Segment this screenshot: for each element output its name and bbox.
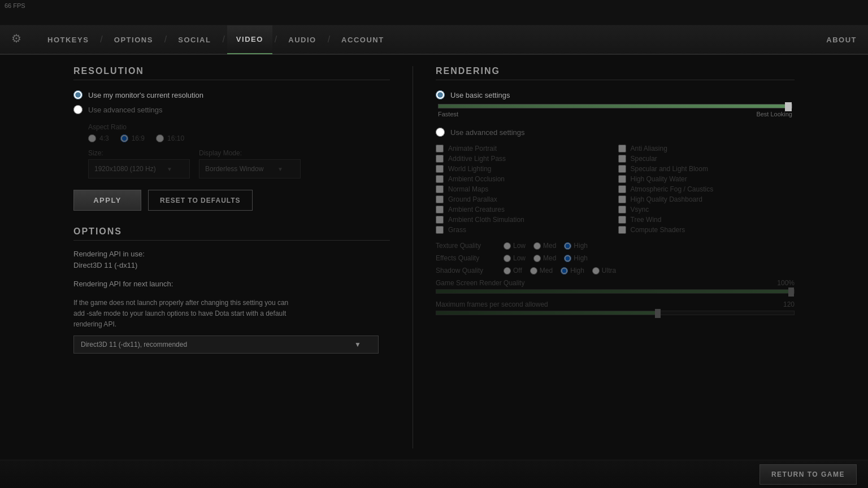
checkbox-specular: Specular [618, 155, 795, 163]
mfps-label: Maximum frames per second allowed [436, 300, 548, 308]
aspect-4x3: 4:3 [88, 134, 109, 142]
api-current-line: Rendering API in use: Direct3D 11 (-dx11… [73, 249, 390, 271]
gear-icon: ⚙ [11, 32, 27, 47]
mfps-header: Maximum frames per second allowed 120 [436, 300, 795, 308]
checkbox-anti-aliasing: Anti Aliasing [618, 145, 795, 152]
api-next-info: Rendering API for next launch: [73, 278, 390, 290]
shadow-quality-row: Shadow Quality Off Med High Ultra [436, 267, 795, 274]
gsrq-value: 100% [777, 279, 795, 287]
options-section: OPTIONS Rendering API in use: Direct3D 1… [73, 226, 390, 354]
resolution-advanced-label: Use advanced settings [88, 106, 163, 114]
checkbox-ambient-cloth: Ambient Cloth Simulation [436, 216, 613, 224]
size-dropdown: 1920x1080 (120 Hz) ▼ [88, 159, 190, 178]
main-content: RESOLUTION Use my monitor's current reso… [0, 55, 868, 460]
shadow-quality-label: Shadow Quality [436, 267, 498, 274]
texture-quality-label: Texture Quality [436, 242, 498, 250]
gsrq-label: Game Screen Render Quality [436, 279, 524, 287]
api-current-label: Rendering API in use: [73, 250, 145, 258]
reset-button[interactable]: RESET TO DEFAULTS [148, 190, 253, 211]
quality-section: Texture Quality Low Med High Effects Qua… [436, 242, 795, 274]
mfps-slider-track[interactable] [436, 311, 795, 315]
checkbox-grass: Grass [436, 226, 613, 234]
render-advanced-option[interactable]: Use advanced settings [436, 128, 795, 137]
render-radio-group: Use basic settings Fastest Best Looking … [436, 90, 795, 137]
tab-account[interactable]: ACCOUNT [332, 25, 393, 54]
render-quality-slider-labels: Fastest Best Looking [438, 111, 792, 117]
tab-audio[interactable]: AUDIO [279, 25, 325, 54]
checkbox-compute-shaders: Compute Shaders [618, 226, 795, 234]
checkbox-high-quality-dashboard: High Quality Dashboard [618, 195, 795, 203]
tab-hotkeys[interactable]: HOTKEYS [38, 25, 98, 54]
nav-bar: ⚙ HOTKEYS / OPTIONS / SOCIAL / VIDEO / A… [0, 25, 868, 55]
checkbox-ground-parallax: Ground Parallax [436, 195, 613, 203]
slider-max-label: Best Looking [756, 111, 792, 117]
api-next-label: Rendering API for next launch: [73, 278, 390, 290]
resolution-monitor-radio[interactable] [73, 90, 83, 99]
api-warning-text: If the game does not launch properly aft… [73, 298, 390, 330]
checkbox-specular-light-bloom: Specular and Light Bloom [618, 165, 795, 173]
tab-about[interactable]: ABOUT [826, 36, 857, 44]
mfps-slider-thumb[interactable] [655, 309, 661, 318]
bottom-bar: RETURN TO GAME [0, 460, 868, 488]
resolution-monitor-option[interactable]: Use my monitor's current resolution [73, 90, 390, 99]
options-title: OPTIONS [73, 226, 390, 241]
size-label: Size: [88, 149, 190, 157]
display-mode-dropdown: Borderless Window ▼ [199, 159, 301, 178]
render-advanced-label: Use advanced settings [450, 128, 525, 137]
fps-counter: 66 FPS [5, 2, 25, 9]
tab-options[interactable]: OPTIONS [105, 25, 162, 54]
render-quality-slider-container: Fastest Best Looking [436, 104, 795, 117]
mfps-section: Maximum frames per second allowed 120 [436, 300, 795, 315]
mfps-slider-fill [436, 311, 658, 315]
resolution-radio-group: Use my monitor's current resolution Use … [73, 90, 390, 114]
tab-social[interactable]: SOCIAL [169, 25, 220, 54]
mfps-value: 120 [783, 300, 795, 308]
effects-quality-options: Low Med High [504, 254, 588, 262]
shadow-quality-options: Off Med High Ultra [504, 267, 616, 274]
tab-video[interactable]: VIDEO [227, 25, 272, 54]
render-quality-slider-track[interactable] [438, 104, 792, 108]
gsrq-header: Game Screen Render Quality 100% [436, 279, 795, 287]
checkbox-vsync: Vsync [618, 206, 795, 213]
api-dropdown-value: Direct3D 11 (-dx11), recommended [81, 341, 187, 348]
gsrq-slider-thumb[interactable] [788, 287, 794, 297]
render-advanced-radio[interactable] [436, 128, 445, 137]
render-quality-slider-thumb[interactable] [785, 102, 792, 111]
render-basic-radio[interactable] [436, 90, 445, 99]
texture-quality-row: Texture Quality Low Med High [436, 242, 795, 250]
display-mode-label: Display Mode: [199, 149, 301, 157]
checkbox-atmospheric-fog: Atmospheric Fog / Caustics [618, 185, 795, 193]
checkbox-high-quality-water: High Quality Water [618, 175, 795, 183]
size-dropdown-arrow: ▼ [167, 166, 172, 172]
nav-items: HOTKEYS / OPTIONS / SOCIAL / VIDEO / AUD… [38, 25, 826, 54]
right-panel: RENDERING Use basic settings Fastest Bes… [436, 66, 795, 448]
aspect-ratio-group: Aspect Ratio 4:3 16:9 16:10 [88, 123, 390, 142]
checkbox-normal-maps: Normal Maps [436, 185, 613, 193]
texture-quality-options: Low Med High [504, 242, 588, 250]
gsrq-slider-fill [436, 290, 792, 293]
api-dropdown-arrow: ▼ [354, 341, 361, 348]
apply-button[interactable]: APPLY [73, 190, 141, 211]
checkbox-animate-portrait: Animate Portrait [436, 145, 613, 152]
api-dropdown[interactable]: Direct3D 11 (-dx11), recommended ▼ [73, 336, 379, 354]
panel-divider [413, 66, 413, 448]
effects-quality-label: Effects Quality [436, 254, 498, 262]
rendering-title: RENDERING [436, 66, 795, 80]
resolution-section: RESOLUTION Use my monitor's current reso… [73, 66, 390, 211]
api-current-info: Rendering API in use: Direct3D 11 (-dx11… [73, 249, 390, 271]
return-to-game-button[interactable]: RETURN TO GAME [760, 464, 857, 485]
checkbox-tree-wind: Tree Wind [618, 216, 795, 224]
size-field: Size: 1920x1080 (120 Hz) ▼ [88, 149, 190, 178]
resolution-monitor-label: Use my monitor's current resolution [88, 91, 203, 99]
aspect-16x10: 16:10 [156, 134, 184, 142]
resolution-advanced-radio[interactable] [73, 105, 83, 114]
left-panel: RESOLUTION Use my monitor's current reso… [73, 66, 390, 448]
render-quality-slider-fill [439, 104, 785, 108]
display-mode-field: Display Mode: Borderless Window ▼ [199, 149, 301, 178]
resolution-advanced-option[interactable]: Use advanced settings [73, 105, 390, 114]
gsrq-slider-track[interactable] [436, 289, 795, 294]
render-basic-option[interactable]: Use basic settings [436, 90, 795, 99]
slider-min-label: Fastest [438, 111, 458, 117]
gsrq-section: Game Screen Render Quality 100% [436, 279, 795, 294]
checkbox-ambient-occlusion: Ambient Occlusion [436, 175, 613, 183]
